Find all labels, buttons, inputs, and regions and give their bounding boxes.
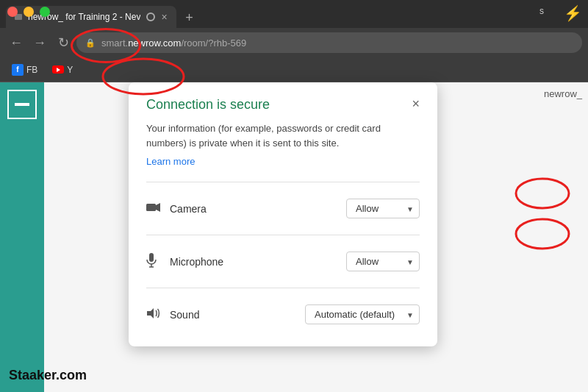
divider-2 bbox=[146, 235, 420, 235]
address-path: /room/?rhb-569 bbox=[181, 38, 246, 49]
tab-bar: newrow_ for Training 2 - Nev × + bbox=[0, 0, 588, 28]
lock-icon: 🔒 bbox=[85, 38, 96, 48]
svg-rect-2 bbox=[149, 253, 154, 262]
address-domain: newrow.com bbox=[128, 38, 181, 49]
camera-select[interactable]: Allow Block Ask bbox=[346, 199, 420, 218]
tab-loading-indicator bbox=[146, 13, 155, 21]
bookmark-fb-label: FB bbox=[26, 65, 37, 75]
forward-icon: → bbox=[33, 35, 46, 51]
partial-right-text: s bbox=[539, 6, 544, 16]
youtube-icon bbox=[52, 65, 64, 74]
logo-mark bbox=[15, 103, 29, 106]
forward-button[interactable]: → bbox=[29, 32, 50, 53]
maximize-button[interactable] bbox=[40, 7, 50, 17]
youtube-play-icon bbox=[57, 68, 60, 72]
svg-marker-1 bbox=[156, 203, 160, 212]
address-bar-wrapper: 🔒 smart.newrow.com/room/?rhb-569 bbox=[76, 32, 582, 53]
newrow-logo bbox=[7, 90, 37, 119]
microphone-select-wrapper: Allow Block Ask ▼ bbox=[346, 252, 420, 271]
watermark: Staaker.com bbox=[9, 368, 87, 383]
address-protocol: smart. bbox=[101, 38, 128, 49]
microphone-permission-row: Microphone Allow Block Ask ▼ bbox=[146, 244, 420, 279]
bookmarks-bar: f FB Y s ⚡ bbox=[0, 57, 588, 82]
camera-label: Camera bbox=[170, 203, 346, 215]
address-text: smart.newrow.com/room/?rhb-569 bbox=[101, 38, 246, 49]
sound-icon bbox=[146, 307, 170, 322]
minimize-button[interactable] bbox=[24, 7, 34, 17]
refresh-button[interactable]: ↻ bbox=[53, 32, 74, 53]
divider-3 bbox=[146, 288, 420, 288]
popup-divider bbox=[146, 182, 420, 182]
camera-select-wrapper: Allow Block Ask ▼ bbox=[346, 199, 420, 218]
popup-header: Connection is secure × bbox=[146, 97, 420, 113]
new-tab-button[interactable]: + bbox=[179, 7, 200, 28]
refresh-icon: ↻ bbox=[58, 35, 69, 51]
sound-permission-row: Sound Automatic (default) Allow Block ▼ bbox=[146, 297, 420, 332]
sound-label: Sound bbox=[170, 309, 305, 321]
bookmark-yt-label: Y bbox=[67, 65, 73, 75]
tab-close-button[interactable]: × bbox=[161, 11, 167, 23]
popup-description: Your information (for example, passwords… bbox=[146, 121, 420, 150]
camera-permission-row: Camera Allow Block Ask ▼ bbox=[146, 191, 420, 226]
learn-more-link[interactable]: Learn more bbox=[146, 156, 420, 167]
microphone-label: Microphone bbox=[170, 256, 346, 268]
address-bar[interactable]: 🔒 smart.newrow.com/room/?rhb-569 bbox=[76, 32, 582, 53]
security-popup: Connection is secure × Your information … bbox=[129, 82, 437, 346]
popup-title: Connection is secure bbox=[146, 97, 270, 113]
sound-select[interactable]: Automatic (default) Allow Block bbox=[305, 304, 420, 324]
svg-rect-0 bbox=[146, 204, 156, 211]
microphone-icon bbox=[146, 253, 170, 271]
back-button[interactable]: ← bbox=[6, 32, 26, 53]
browser-window: newrow_ for Training 2 - Nev × + ← → ↻ 🔒… bbox=[0, 0, 588, 392]
window-controls bbox=[7, 7, 50, 17]
microphone-select[interactable]: Allow Block Ask bbox=[346, 252, 420, 271]
sound-select-wrapper: Automatic (default) Allow Block ▼ bbox=[305, 304, 420, 324]
hubspot-icon: ⚡ bbox=[564, 4, 582, 22]
bookmark-youtube[interactable]: Y bbox=[46, 62, 79, 78]
svg-marker-5 bbox=[147, 308, 154, 318]
bookmark-facebook[interactable]: f FB bbox=[6, 61, 43, 79]
facebook-icon: f bbox=[12, 64, 24, 76]
close-button[interactable] bbox=[7, 7, 18, 17]
camera-icon bbox=[146, 202, 170, 215]
newrow-sidebar bbox=[0, 82, 44, 392]
back-icon: ← bbox=[10, 35, 23, 51]
nav-bar: ← → ↻ 🔒 smart.newrow.com/room/?rhb-569 bbox=[0, 28, 588, 57]
popup-close-button[interactable]: × bbox=[412, 97, 420, 110]
newrow-partial-label: newrow_ bbox=[544, 88, 582, 99]
